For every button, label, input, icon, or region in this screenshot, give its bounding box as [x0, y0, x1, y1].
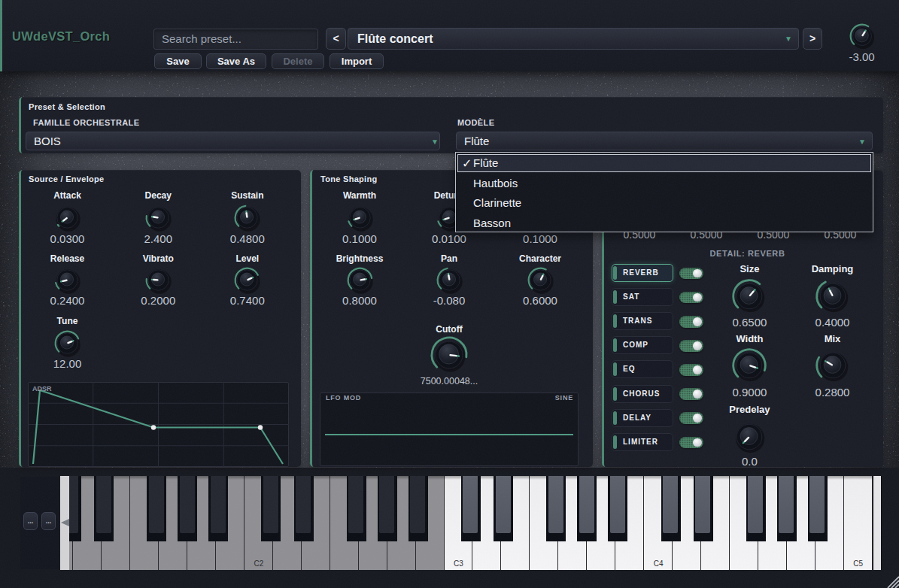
svg-text:ADSR: ADSR — [32, 385, 52, 393]
